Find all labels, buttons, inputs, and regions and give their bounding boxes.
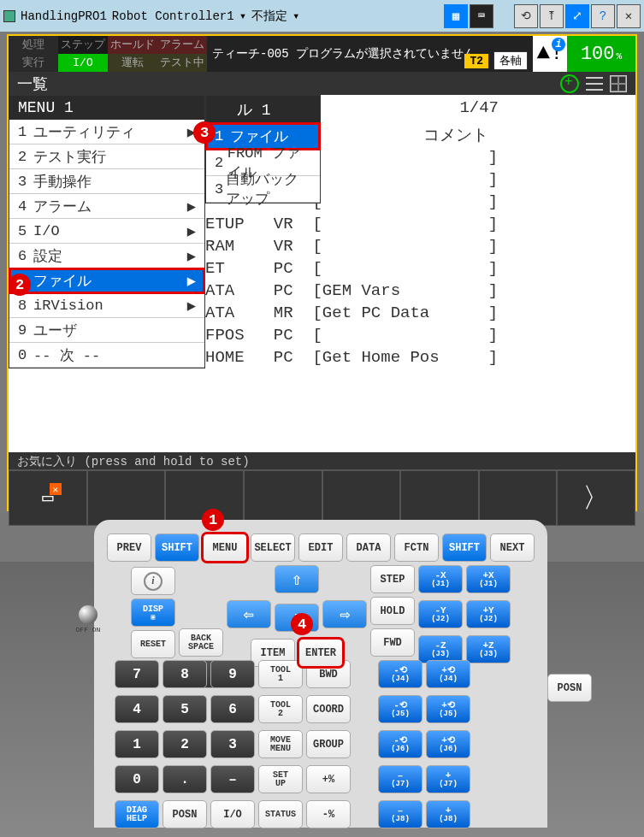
num-minus-button[interactable]: – bbox=[210, 765, 255, 793]
io-button[interactable]: I/O bbox=[210, 800, 255, 828]
status-button[interactable]: STATUS bbox=[258, 800, 303, 828]
info-button[interactable]: i bbox=[131, 567, 175, 595]
jog--X-button[interactable]: -X(J1) bbox=[418, 565, 463, 593]
mode-label[interactable]: 不指定 bbox=[251, 9, 287, 24]
select-button[interactable]: SELECT bbox=[251, 533, 295, 562]
num-3-button[interactable]: 3 bbox=[210, 730, 255, 758]
app-name: HandlingPRO1 bbox=[21, 9, 107, 23]
menu-item-設定[interactable]: 6設定▶ bbox=[9, 244, 204, 268]
on-off-switch[interactable]: OFF ON bbox=[75, 605, 101, 634]
jog--Y-button[interactable]: -Y(J2) bbox=[418, 600, 463, 628]
jog-+⟲-button[interactable]: +⟲(J5) bbox=[426, 695, 470, 723]
shift-button[interactable]: SHIFT bbox=[155, 533, 199, 562]
pct-minus-button[interactable]: -% bbox=[306, 800, 351, 828]
backspace-button[interactable]: BACK SPACE bbox=[179, 628, 223, 657]
num-0-button[interactable]: 0 bbox=[115, 765, 159, 793]
num-6-button[interactable]: 6 bbox=[210, 695, 255, 723]
tool1-button[interactable]: TOOL 1 bbox=[258, 660, 303, 688]
on-off-knob-icon[interactable] bbox=[79, 605, 97, 624]
help-icon[interactable]: ? bbox=[591, 4, 615, 28]
upload-icon[interactable]: ⤒ bbox=[540, 4, 564, 28]
jog-+-button[interactable]: +(J7) bbox=[426, 765, 470, 793]
enter-button[interactable]: ENTER bbox=[298, 639, 343, 667]
menu-button[interactable]: MENU bbox=[203, 533, 247, 562]
expand-icon[interactable]: ⤢ bbox=[565, 4, 589, 28]
override-value[interactable]: 100% bbox=[567, 36, 635, 72]
movemenu-button[interactable]: MOVE MENU bbox=[258, 730, 303, 758]
group-button[interactable]: GROUP bbox=[306, 730, 351, 758]
favorite-slot-2[interactable] bbox=[87, 470, 166, 526]
status-run: 実行 bbox=[9, 54, 58, 72]
keyboard-icon[interactable]: ⌨ bbox=[470, 4, 493, 28]
dropdown-arrow-icon[interactable]: ▾ bbox=[292, 9, 299, 23]
num-4-button[interactable]: 4 bbox=[115, 695, 159, 723]
disp-button[interactable]: DISP▣ bbox=[131, 598, 175, 627]
posn-button[interactable]: POSN bbox=[162, 800, 207, 828]
jog-+-button[interactable]: +(J8) bbox=[426, 800, 470, 828]
menu-item-アラーム[interactable]: 4アラーム▶ bbox=[9, 194, 204, 219]
jog--⟲-button[interactable]: -⟲(J6) bbox=[378, 730, 422, 758]
coord-button[interactable]: COORD bbox=[306, 695, 351, 723]
num-7-button[interactable]: 7 bbox=[115, 660, 159, 688]
menu-item-ファイル[interactable]: 7ファイル▶ bbox=[9, 268, 204, 293]
tool2-button[interactable]: TOOL 2 bbox=[258, 695, 303, 723]
posn-side-button[interactable]: POSN bbox=[547, 674, 592, 702]
status-oper: 運転 bbox=[108, 54, 157, 72]
prev-button[interactable]: PREV bbox=[107, 533, 151, 562]
comment-column-header: コメント bbox=[423, 124, 488, 146]
fctn-button[interactable]: FCTN bbox=[394, 533, 439, 562]
menu-item-テスト実行[interactable]: 2テスト実行 bbox=[9, 144, 204, 169]
jog-+⟲-button[interactable]: +⟲(J4) bbox=[426, 660, 470, 688]
submenu-item-自動バックアップ[interactable]: 3自動バックアップ bbox=[206, 176, 320, 203]
jog-+Y-button[interactable]: +Y(J2) bbox=[466, 600, 511, 628]
info-icon[interactable]: i bbox=[552, 38, 565, 51]
reset-button[interactable]: RESET bbox=[131, 630, 175, 658]
next-button[interactable]: NEXT bbox=[490, 533, 535, 562]
num-dot-button[interactable]: . bbox=[162, 765, 207, 793]
num-1-button[interactable]: 1 bbox=[115, 730, 159, 758]
controller-name[interactable]: Robot Controller1 bbox=[112, 9, 234, 23]
dropdown-arrow-icon[interactable]: ▾ bbox=[239, 9, 246, 23]
num-2-button[interactable]: 2 bbox=[162, 730, 207, 758]
axis-badge[interactable]: 各軸 bbox=[493, 51, 528, 70]
fwd-button[interactable]: FWD bbox=[370, 628, 415, 657]
menu-item-ユーザ[interactable]: 9ユーザ bbox=[9, 318, 204, 343]
diag-help-button[interactable]: DIAG HELP bbox=[115, 800, 159, 828]
layout-grid-icon[interactable] bbox=[610, 75, 627, 92]
num-9-button[interactable]: 9 bbox=[210, 660, 255, 688]
zoom-in-icon[interactable] bbox=[560, 74, 579, 93]
favorite-slot-5[interactable] bbox=[322, 470, 401, 526]
menu-item-ユーティリティ[interactable]: 1ユーティリティ▶ bbox=[9, 120, 204, 144]
jog-+Z-button[interactable]: +Z(J3) bbox=[466, 635, 511, 663]
menu-item-iRVision[interactable]: 8iRVision▶ bbox=[9, 293, 204, 318]
menu-item---  次  --[interactable]: 0-- 次 -- bbox=[9, 343, 204, 368]
edit-button[interactable]: EDIT bbox=[298, 533, 343, 562]
menu-item-手動操作[interactable]: 3手動操作 bbox=[9, 169, 204, 194]
jog-+⟲-button[interactable]: +⟲(J6) bbox=[426, 730, 470, 758]
favorite-slot-1[interactable]: ▭✕ bbox=[9, 470, 87, 526]
hold-button[interactable]: HOLD bbox=[370, 597, 415, 625]
hamburger-icon[interactable] bbox=[586, 77, 603, 91]
warning-triangle-icon[interactable]: ▲!i bbox=[533, 36, 567, 70]
data-button[interactable]: DATA bbox=[346, 533, 391, 562]
close-icon[interactable]: ✕ bbox=[617, 4, 641, 28]
jog--⟲-button[interactable]: -⟲(J5) bbox=[378, 695, 422, 723]
num-8-button[interactable]: 8 bbox=[162, 660, 207, 688]
favorites-next-icon[interactable]: 〉 bbox=[557, 470, 635, 526]
refresh-icon[interactable]: ⟲ bbox=[514, 4, 538, 28]
shift-button[interactable]: SHIFT bbox=[442, 533, 487, 562]
pct-plus-button[interactable]: +% bbox=[306, 765, 351, 793]
jog-–-button[interactable]: –(J8) bbox=[378, 800, 422, 828]
favorite-slot-7[interactable] bbox=[479, 470, 558, 526]
favorite-slot-4[interactable] bbox=[244, 470, 322, 526]
step-button[interactable]: STEP bbox=[370, 565, 415, 593]
keypad-toggle-icon[interactable]: ▦ bbox=[444, 4, 468, 28]
num-5-button[interactable]: 5 bbox=[162, 695, 207, 723]
jog--⟲-button[interactable]: -⟲(J4) bbox=[378, 660, 422, 688]
menu-item-I/O[interactable]: 5I/O▶ bbox=[9, 219, 204, 244]
jog-+X-button[interactable]: +X(J1) bbox=[466, 565, 511, 593]
arrow-up-button[interactable]: ⇧ bbox=[275, 565, 319, 593]
favorite-slot-6[interactable] bbox=[400, 470, 479, 526]
jog-–-button[interactable]: –(J7) bbox=[378, 765, 422, 793]
setup-button[interactable]: SET UP bbox=[258, 765, 303, 793]
